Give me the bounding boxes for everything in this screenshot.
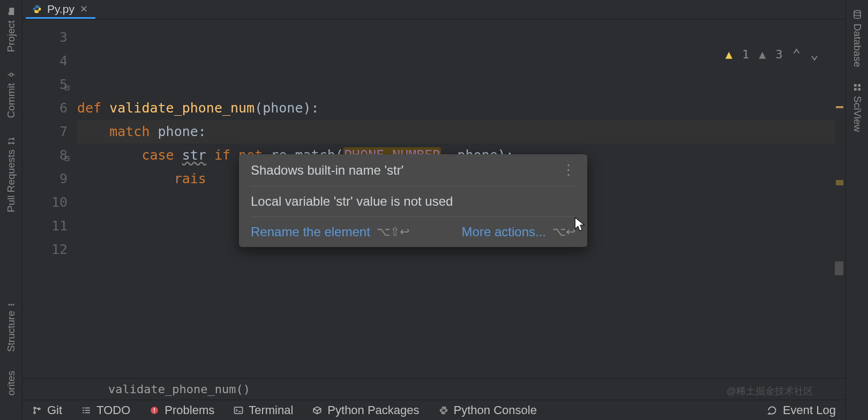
favorites-label: orites bbox=[5, 371, 17, 395]
pullrequest-icon bbox=[7, 137, 16, 145]
sciview-label: SciView bbox=[851, 96, 863, 132]
svg-rect-24 bbox=[858, 88, 860, 91]
prev-highlight-button[interactable]: ⌃ bbox=[792, 46, 801, 62]
tooltip-message: Local variable 'str' value is not used bbox=[251, 194, 453, 209]
eventlog-label: Event Log bbox=[783, 403, 836, 417]
shortcut-text: ⌥↩ bbox=[552, 225, 575, 239]
line-number: 10 bbox=[23, 191, 68, 214]
toolwindow-problems[interactable]: Problems bbox=[149, 403, 214, 417]
line-number: 4 bbox=[23, 49, 68, 73]
shortcut-text: ⌥⇧↩ bbox=[377, 225, 409, 239]
rename-element-action[interactable]: Rename the element bbox=[251, 224, 370, 239]
bottom-toolbar: Git TODO Problems Terminal Python Packag… bbox=[23, 400, 845, 420]
svg-point-8 bbox=[34, 412, 35, 414]
inspection-bar: ▲ 1 ▲ 3 ⌃ ⌄ bbox=[725, 46, 819, 62]
line-number: 8 bbox=[23, 144, 68, 167]
line-number: 3 bbox=[23, 26, 68, 49]
svg-rect-5 bbox=[10, 304, 12, 306]
svg-rect-4 bbox=[8, 304, 10, 306]
svg-point-0 bbox=[10, 73, 12, 76]
line-number: 12 bbox=[23, 238, 68, 261]
packages-icon bbox=[312, 406, 322, 415]
warning-grey-count: 3 bbox=[775, 48, 782, 61]
toolwindow-terminal[interactable]: Terminal bbox=[234, 403, 293, 417]
gutter: 3 4 5 ⊟ 6 7 8 ⊟ 9 10 11 12 bbox=[23, 19, 77, 378]
structure-label: Structure bbox=[5, 311, 17, 352]
breadcrumb-item[interactable]: validate_phone_num() bbox=[108, 382, 250, 396]
svg-rect-10 bbox=[83, 407, 84, 408]
line-number: 5 bbox=[23, 73, 68, 96]
todo-icon bbox=[81, 406, 91, 415]
fold-minus-icon[interactable]: ⊟ bbox=[64, 76, 70, 100]
project-label: Project bbox=[5, 20, 17, 52]
more-actions-link[interactable]: More actions... bbox=[462, 224, 546, 239]
sidebar-item-pullrequests[interactable]: Pull Requests bbox=[5, 133, 17, 215]
scrollbar-thumb[interactable] bbox=[835, 261, 843, 275]
warning-yellow-count: 1 bbox=[742, 48, 749, 61]
svg-rect-17 bbox=[154, 408, 155, 411]
toolwindow-console[interactable]: Python Console bbox=[439, 403, 537, 417]
problems-icon bbox=[149, 406, 159, 415]
line-number: 6 bbox=[23, 96, 68, 120]
sidebar-item-structure[interactable]: Structure bbox=[5, 295, 17, 355]
svg-rect-19 bbox=[235, 407, 243, 414]
problems-label: Problems bbox=[164, 403, 214, 417]
line-number: 11 bbox=[23, 214, 68, 238]
watermark: @稀土掘金技术社区 bbox=[727, 385, 813, 398]
file-tab-label: Py.py bbox=[47, 3, 74, 16]
svg-rect-21 bbox=[854, 84, 857, 87]
svg-rect-18 bbox=[154, 412, 155, 413]
svg-point-7 bbox=[34, 407, 35, 409]
code-editor[interactable]: 3 4 5 ⊟ 6 7 8 ⊟ 9 10 11 12 def validate_… bbox=[23, 19, 845, 378]
svg-point-1 bbox=[8, 142, 10, 144]
svg-rect-13 bbox=[85, 410, 90, 411]
svg-rect-22 bbox=[858, 84, 860, 87]
commit-icon bbox=[7, 70, 16, 79]
sciview-icon bbox=[853, 83, 862, 92]
svg-rect-11 bbox=[85, 407, 90, 408]
packages-label: Python Packages bbox=[327, 403, 419, 417]
right-toolwindow-strip: Database SciView bbox=[845, 0, 868, 420]
next-highlight-button[interactable]: ⌄ bbox=[810, 46, 819, 62]
todo-label: TODO bbox=[96, 403, 130, 417]
sidebar-item-sciview[interactable]: SciView bbox=[851, 83, 863, 132]
editor-tabs: Py.py ✕ bbox=[23, 0, 845, 19]
sidebar-item-database[interactable]: Database bbox=[851, 10, 863, 67]
svg-rect-6 bbox=[12, 304, 14, 306]
eventlog-icon bbox=[767, 405, 777, 416]
toolwindow-git[interactable]: Git bbox=[32, 403, 62, 417]
more-icon[interactable]: ⋮ bbox=[562, 162, 575, 178]
line-number: 9 bbox=[23, 167, 68, 191]
left-toolwindow-strip: Project Commit Pull Requests Structure o… bbox=[0, 0, 23, 420]
editor-center: Py.py ✕ 3 4 5 ⊟ 6 7 8 ⊟ 9 10 11 12 def v… bbox=[23, 0, 845, 420]
terminal-label: Terminal bbox=[249, 403, 293, 417]
warning-yellow-icon[interactable]: ▲ bbox=[725, 48, 732, 61]
python-console-icon bbox=[439, 406, 448, 415]
svg-rect-14 bbox=[83, 412, 84, 413]
folder-icon bbox=[6, 6, 16, 16]
svg-rect-23 bbox=[854, 88, 857, 91]
tooltip-message: Shadows built-in name 'str' bbox=[251, 163, 403, 178]
toolwindow-packages[interactable]: Python Packages bbox=[312, 403, 419, 417]
pullrequests-label: Pull Requests bbox=[5, 149, 17, 212]
fold-end-icon[interactable]: ⊟ bbox=[64, 147, 70, 170]
sidebar-item-commit[interactable]: Commit bbox=[5, 67, 17, 121]
line-number: 7 bbox=[23, 120, 68, 144]
file-tab[interactable]: Py.py ✕ bbox=[26, 1, 95, 19]
toolwindow-todo[interactable]: TODO bbox=[81, 403, 130, 417]
svg-rect-15 bbox=[85, 412, 90, 413]
warning-grey-icon[interactable]: ▲ bbox=[759, 48, 766, 61]
inspection-tooltip: Shadows built-in name 'str' ⋮ Local vari… bbox=[239, 154, 587, 247]
close-icon[interactable]: ✕ bbox=[80, 3, 88, 15]
terminal-icon bbox=[234, 406, 243, 415]
sidebar-item-favorites[interactable]: orites bbox=[5, 368, 17, 399]
git-label: Git bbox=[47, 403, 62, 417]
python-file-icon bbox=[32, 4, 42, 14]
breadcrumb-bar: validate_phone_num() bbox=[23, 378, 845, 400]
sidebar-item-project[interactable]: Project bbox=[5, 3, 17, 55]
toolwindow-eventlog[interactable]: Event Log bbox=[767, 403, 836, 417]
svg-point-20 bbox=[854, 11, 860, 13]
database-icon bbox=[852, 10, 862, 19]
structure-icon bbox=[7, 298, 16, 306]
commit-label: Commit bbox=[5, 83, 17, 118]
